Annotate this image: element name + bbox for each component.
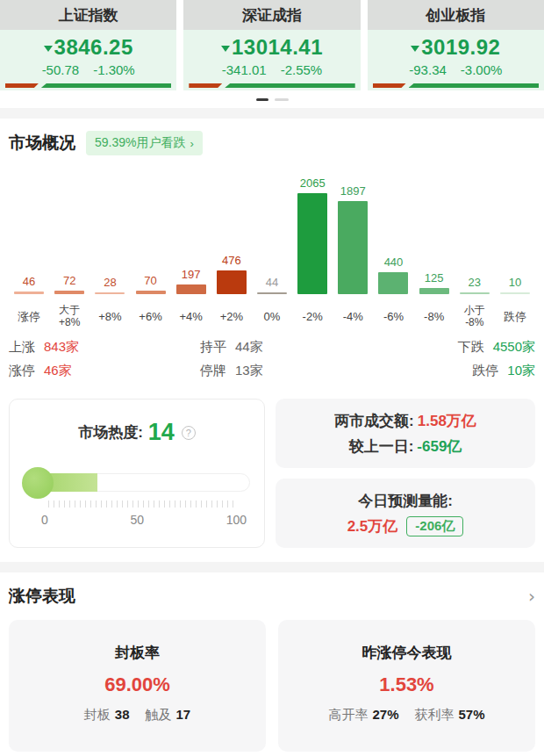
stat-label: 获利率	[415, 707, 455, 722]
chevron-right-icon[interactable]: ›	[528, 586, 535, 607]
stat-value: 13家	[235, 363, 263, 379]
bar-value-label: 28	[104, 276, 116, 289]
index-change: -93.34	[409, 62, 447, 77]
chart-category-label: -6%	[383, 300, 404, 334]
chart-category-label: +2%	[220, 300, 243, 334]
index-card-chinext[interactable]: 创业板指 3019.92 -93.34 -3.00%	[368, 0, 544, 90]
gauge-knob[interactable]	[22, 467, 54, 499]
scale-50: 50	[130, 513, 144, 527]
chart-column: 70+6%	[130, 164, 170, 334]
chart-bar	[176, 284, 206, 294]
stat-label: 高开率	[328, 707, 368, 722]
stat-value: 27%	[372, 707, 398, 722]
bar-value-label: 476	[222, 254, 241, 267]
stat-cell: 涨停46家	[9, 363, 184, 379]
index-pct: -1.30%	[93, 62, 135, 77]
index-card-shenzhen[interactable]: 深证成指 13014.41 -341.01 -2.55%	[183, 0, 360, 90]
turnover-panel: 两市成交额: 1.58万亿 较上一日: -659亿	[276, 399, 535, 468]
chart-category-label: 大于 +8%	[59, 300, 80, 334]
stat-label: 触及	[146, 707, 172, 722]
chart-column: 2065-2%	[292, 164, 333, 334]
down-triangle-icon	[221, 46, 230, 52]
turnover-value: 1.58万亿	[418, 411, 476, 431]
index-name: 深证成指	[183, 0, 360, 30]
chart-column: 23小于 -8%	[455, 164, 495, 334]
index-change: -341.01	[222, 62, 267, 77]
section-title-market-overview: 市场概况	[9, 132, 75, 155]
index-card-shanghai[interactable]: 上证指数 3846.25 -50.78 -1.30%	[0, 0, 176, 90]
index-name: 创业板指	[368, 0, 544, 30]
chart-bar	[500, 292, 530, 294]
stat-label: 上涨	[9, 339, 35, 356]
distribution-chart: 46涨停72大于 +8%28+8%70+6%197+4%476+2%440%20…	[9, 164, 535, 334]
index-change: -50.78	[42, 62, 80, 77]
decline-segment	[225, 83, 354, 88]
advance-segment	[5, 83, 39, 88]
heat-value: 14	[148, 419, 175, 446]
seal-rate-card[interactable]: 封板率 69.00% 封板38 触及17	[9, 620, 266, 752]
bar-value-label: 72	[63, 274, 75, 287]
bar-value-label: 70	[144, 274, 156, 287]
index-body: 3846.25 -50.78 -1.30%	[0, 30, 176, 90]
stat-cell: 下跌4550家	[360, 339, 535, 356]
chart-column: 10跌停	[495, 164, 535, 334]
turnover-label: 两市成交额:	[334, 411, 414, 431]
market-heat-panel: 市场热度: 14 ? 0 50 100	[9, 399, 265, 548]
card-value: 1.53%	[379, 673, 433, 696]
chart-bar	[54, 291, 84, 294]
index-pct: -3.00%	[461, 62, 503, 77]
stat-value: 57%	[459, 707, 485, 722]
index-body: 13014.41 -341.01 -2.55%	[183, 30, 360, 90]
carousel-dot[interactable]	[275, 98, 289, 101]
heat-label: 市场热度:	[78, 422, 143, 443]
chart-bar	[95, 292, 125, 294]
section-divider	[0, 562, 544, 572]
stat-label: 封板	[84, 707, 111, 722]
gauge-ticks	[48, 500, 236, 508]
scale-0: 0	[41, 513, 48, 527]
stat-value: 17	[176, 707, 191, 722]
advance-segment	[373, 83, 406, 88]
decline-segment	[409, 83, 539, 88]
chart-column: 476+2%	[211, 164, 252, 334]
bar-value-label: 23	[469, 276, 481, 289]
carousel-dot[interactable]	[256, 98, 268, 101]
bar-value-label: 125	[425, 271, 444, 284]
scale-100: 100	[226, 513, 247, 527]
section-divider	[0, 108, 544, 119]
bar-value-label: 44	[266, 276, 278, 289]
decline-segment	[41, 83, 171, 88]
advance-decline-strip	[189, 83, 354, 88]
chart-bar	[460, 292, 490, 294]
index-cards: 上证指数 3846.25 -50.78 -1.30% 深证成指 13014.41	[0, 0, 544, 90]
heat-gauge	[22, 467, 252, 499]
advance-segment	[189, 83, 222, 88]
chart-bar	[419, 288, 449, 294]
chart-column: 1897-4%	[333, 164, 373, 334]
index-body: 3019.92 -93.34 -3.00%	[368, 30, 544, 90]
chart-bar	[378, 272, 408, 294]
chart-category-label: 小于 -8%	[464, 300, 485, 334]
stat-value: 10家	[507, 363, 535, 379]
card-title: 封板率	[115, 643, 160, 663]
chart-category-label: -8%	[424, 300, 444, 334]
stat-value: 38	[115, 707, 130, 722]
chart-bar	[14, 292, 44, 294]
down-triangle-icon	[411, 46, 419, 52]
chart-bar	[297, 193, 327, 294]
forecast-delta-badge: -206亿	[406, 516, 463, 536]
bar-value-label: 2065	[300, 176, 326, 190]
card-value: 69.00%	[104, 673, 170, 696]
stat-cell: 持平44家	[184, 339, 360, 356]
sentiment-badge[interactable]: 59.39%用户看跌 ›	[86, 131, 203, 155]
yesterday-limit-up-card[interactable]: 昨涨停今表现 1.53% 高开率27% 获利率57%	[278, 620, 535, 752]
chart-column: 197+4%	[171, 164, 211, 334]
stat-label: 跌停	[472, 363, 498, 379]
help-icon[interactable]: ?	[182, 426, 196, 440]
section-title-limit-up: 涨停表现	[9, 585, 75, 608]
forecast-label: 今日预测量能:	[358, 491, 453, 511]
chart-column: 440%	[252, 164, 292, 334]
index-pct: -2.55%	[281, 62, 323, 77]
bar-value-label: 440	[384, 256, 404, 269]
chart-bar	[338, 201, 368, 294]
